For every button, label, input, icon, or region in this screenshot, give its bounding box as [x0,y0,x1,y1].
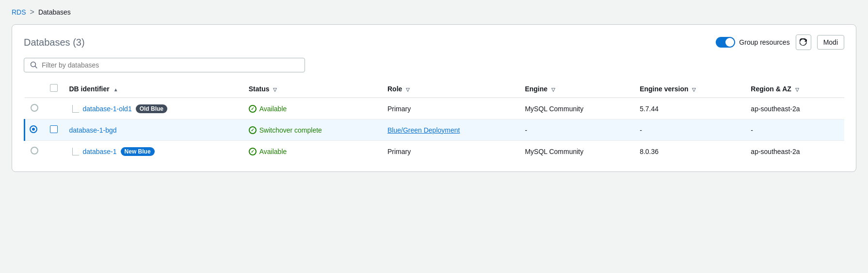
row-1-engine: - [519,119,634,141]
row-1-radio[interactable] [30,125,37,133]
row-2-checkbox-cell [44,141,64,162]
svg-line-1 [35,66,37,68]
col-checkbox [44,80,64,98]
modify-button[interactable]: Modi [817,35,844,50]
row-2-engine-version: 8.0.36 [634,141,745,162]
search-input[interactable] [42,61,299,69]
row-1-status-dot [249,126,257,134]
row-2-radio[interactable] [31,147,38,154]
engine-sort-icon[interactable]: ▽ [551,87,555,92]
panel-title: Databases (3) [24,37,85,48]
row-0-db-id-content: database-1-old1Old Blue [69,104,237,113]
row-2-db-id-content: database-1New Blue [69,147,237,156]
row-0-radio[interactable] [31,104,38,112]
row-0-radio-cell [25,98,44,119]
row-0-engine: MySQL Community [519,98,634,119]
row-2-role: Primary [382,141,519,162]
databases-table: DB identifier ▲ Status ▽ Role ▽ Engine ▽… [24,80,844,162]
row-2-status-dot [249,148,257,155]
group-resources-toggle[interactable] [716,37,735,48]
row-1-region-az: - [745,119,844,141]
breadcrumb: RDS > Databases [12,8,856,17]
table-row: database-1-old1Old BlueAvailablePrimaryM… [25,98,845,119]
refresh-icon [800,38,807,46]
panel-title-text: Databases (3) [24,37,85,48]
row-0-role: Primary [382,98,519,119]
group-resources-toggle-group: Group resources [716,37,789,48]
row-0-tree-line [72,105,79,113]
col-status: Status ▽ [243,80,382,98]
row-0-tree-connector [69,105,79,113]
row-2-status-cell: Available [243,141,382,162]
search-icon [30,61,38,69]
row-2-radio-cell [25,141,44,162]
col-engine: Engine ▽ [519,80,634,98]
breadcrumb-current: Databases [38,8,71,16]
row-0-status-dot [249,105,257,113]
row-2-engine: MySQL Community [519,141,634,162]
row-1-db-id-content: database-1-bgd [69,126,237,134]
engine-version-sort-icon[interactable]: ▽ [692,87,696,92]
row-2-tree-line [72,148,79,155]
refresh-button[interactable] [796,34,811,50]
breadcrumb-rds-link[interactable]: RDS [12,8,26,16]
table-row: database-1-bgdSwitchover completeBlue/Gr… [25,119,845,141]
row-1-status-text: Switchover complete [259,126,322,134]
row-2-db-link[interactable]: database-1 [83,148,117,155]
row-2-status-text: Available [259,148,287,155]
row-0-status-text: Available [259,105,287,113]
col-db-identifier: DB identifier ▲ [64,80,243,98]
region-az-sort-icon[interactable]: ▽ [795,87,799,92]
row-1-role-cell: Blue/Green Deployment [382,119,519,141]
row-2-status: Available [249,148,376,155]
row-0-db-id-cell: database-1-old1Old Blue [64,98,243,119]
row-1-engine-version: - [634,119,745,141]
col-select [25,80,44,98]
row-0-status: Available [249,105,376,113]
table-header-row: DB identifier ▲ Status ▽ Role ▽ Engine ▽… [25,80,845,98]
row-1-status: Switchover complete [249,126,376,134]
row-2-region-az: ap-southeast-2a [745,141,844,162]
panel-header: Databases (3) Group resources Modi [24,34,844,50]
row-0-badge: Old Blue [136,104,167,113]
group-resources-label: Group resources [739,38,789,46]
role-sort-icon[interactable]: ▽ [406,87,410,92]
row-1-db-link[interactable]: database-1-bgd [69,126,117,134]
breadcrumb-separator: > [30,8,34,17]
row-1-db-id-cell: database-1-bgd [64,119,243,141]
row-0-status-cell: Available [243,98,382,119]
db-identifier-sort-asc-icon[interactable]: ▲ [113,87,118,92]
row-0-db-link[interactable]: database-1-old1 [83,105,132,113]
row-0-engine-version: 5.7.44 [634,98,745,119]
row-2-tree-connector [69,148,79,155]
row-2-badge: New Blue [121,147,155,156]
row-1-checkbox[interactable] [50,125,58,133]
row-1-role-link[interactable]: Blue/Green Deployment [387,126,460,134]
col-region-az: Region & AZ ▽ [745,80,844,98]
header-checkbox[interactable] [50,84,58,92]
databases-panel: Databases (3) Group resources Modi [12,24,856,172]
header-actions: Group resources Modi [716,34,844,50]
status-sort-icon[interactable]: ▽ [273,87,277,92]
row-1-checkbox-cell [44,119,64,141]
col-role: Role ▽ [382,80,519,98]
search-bar [24,58,305,72]
row-1-status-cell: Switchover complete [243,119,382,141]
row-0-checkbox-cell [44,98,64,119]
row-1-radio-cell [25,119,44,141]
row-2-db-id-cell: database-1New Blue [64,141,243,162]
table-row: database-1New BlueAvailablePrimaryMySQL … [25,141,845,162]
col-engine-version: Engine version ▽ [634,80,745,98]
row-0-region-az: ap-southeast-2a [745,98,844,119]
